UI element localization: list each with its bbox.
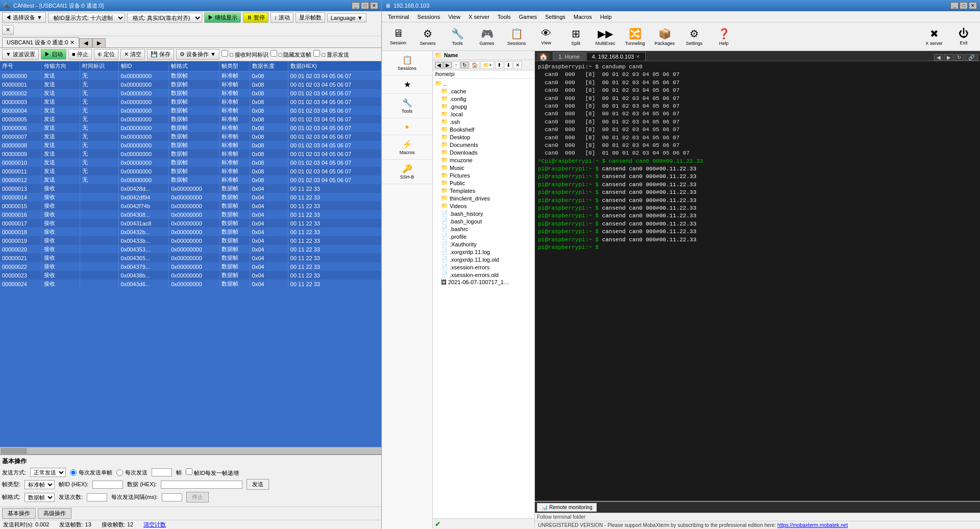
list-item[interactable]: 📄.xsession-errors	[434, 263, 533, 271]
pause-btn[interactable]: ⏸ 暂停	[243, 12, 268, 23]
sidebar-dot-btn[interactable]: ●	[382, 118, 432, 135]
list-item[interactable]: 📄.Xauthority	[434, 240, 533, 248]
filter-btn[interactable]: ▼ 波波设置	[2, 49, 39, 60]
sidebar-sessions-btn[interactable]: 📋 Sessions	[382, 51, 432, 75]
terminal-body[interactable]: pi@raspberrypi:~ $ candump can0 can0 000…	[535, 61, 980, 501]
basic-ops-tab[interactable]: 基本操作	[2, 508, 36, 519]
stop-btn-filter[interactable]: ■ 停止	[68, 49, 92, 60]
send-count-input-2[interactable]: 10	[152, 468, 172, 476]
list-item[interactable]: 📁Templates	[434, 187, 533, 194]
list-item[interactable]: 📄.profile	[434, 233, 533, 240]
list-item[interactable]: 📁Public	[434, 179, 533, 187]
menu-help[interactable]: Help	[596, 13, 616, 21]
mobatek-link[interactable]: https://mobaxterm.mobatek.net	[777, 522, 848, 528]
cantest-hscrollbar[interactable]	[0, 447, 381, 454]
exit-app-btn[interactable]: ✕	[2, 25, 14, 35]
table-row[interactable]: 00000015接收0x0042f74b0x00000000数据帧0x0400 …	[0, 201, 381, 210]
tab-ssh[interactable]: 4. 192.168.0.103 ✕	[586, 52, 646, 61]
remote-monitoring-btn[interactable]: 📊 Remote monitoring	[537, 503, 597, 512]
download-btn[interactable]: ⬇	[504, 61, 512, 69]
table-row[interactable]: 00000008发送无0x00000000数据帧标准帧0x0800 01 02 …	[0, 141, 381, 149]
table-row[interactable]: 00000014接收0x0042df940x00000000数据帧0x0400 …	[0, 193, 381, 201]
nav-forward-btn[interactable]: ▶	[444, 62, 452, 68]
toolbar-settings-btn[interactable]: ⚙ Settings	[680, 24, 708, 49]
menu-macros[interactable]: Macros	[570, 13, 596, 21]
list-item[interactable]: 📄.bash_history	[434, 210, 533, 217]
menu-settings[interactable]: Settings	[541, 13, 570, 21]
list-item[interactable]: 🖼2021-06-07-100717_1...	[434, 279, 533, 286]
menu-games[interactable]: Games	[515, 13, 541, 21]
table-row[interactable]: 00000004发送无0x00000000数据帧标准帧0x0800 01 02 …	[0, 106, 381, 115]
toolbar-xserver-btn[interactable]: ✖ X server	[920, 24, 948, 49]
table-row[interactable]: 00000023接收0x00438b...0x00000000数据帧0x0400…	[0, 271, 381, 280]
toolbar-servers-btn[interactable]: ⚙ Servers	[413, 24, 442, 49]
sidebar-ssh-btn[interactable]: 🔑 SSH-B	[382, 160, 432, 184]
table-row[interactable]: 00000016接收0x004308...0x00000000数据帧0x0400…	[0, 210, 381, 219]
new-folder-btn[interactable]: 📁+	[481, 61, 494, 69]
list-item[interactable]: 📄.xorgxrdp.11.log	[434, 248, 533, 256]
sidebar-tools-btn[interactable]: 🔧 Tools	[382, 94, 432, 118]
table-row[interactable]: 00000005发送无0x00000000数据帧标准帧0x0800 01 02 …	[0, 115, 381, 123]
data-hex-input[interactable]: 00 01 02 03 04 05 06 07	[161, 481, 242, 489]
list-item[interactable]: 📁thinclient_drives	[434, 194, 533, 202]
save-btn[interactable]: 💾 保存	[147, 49, 174, 60]
table-row[interactable]: 00000006发送无0x00000000数据帧标准帧0x0800 01 02 …	[0, 123, 381, 132]
table-row[interactable]: 00000021接收0x004365...0x00000000数据帧0x0400…	[0, 254, 381, 262]
list-item[interactable]: 📁..	[434, 80, 533, 87]
select-device-btn[interactable]: ◀ 选择设备 ▼	[2, 12, 46, 23]
list-item[interactable]: 📁Videos	[434, 202, 533, 210]
list-item[interactable]: 📁Desktop	[434, 133, 533, 141]
toolbar-exit-btn[interactable]: ⏻ Exit	[949, 24, 978, 49]
continue-display-btn[interactable]: ▶ 继续显示	[204, 12, 241, 23]
list-item[interactable]: 📁.cache	[434, 87, 533, 95]
tab-nav-right[interactable]: ▶	[944, 54, 953, 61]
table-row[interactable]: 00000010发送无0x00000000数据帧标准帧0x0800 01 02 …	[0, 158, 381, 167]
cantest-nav-right[interactable]: ▶	[92, 38, 106, 47]
frame-format-select[interactable]: 数据帧	[24, 493, 55, 502]
list-item[interactable]: 📄.xsession-errors.old	[434, 271, 533, 279]
refresh-btn[interactable]: ↻	[460, 62, 469, 68]
stop-button[interactable]: 停止	[186, 492, 209, 502]
toolbar-sessions-btn[interactable]: 📋 Sessions	[502, 24, 531, 49]
table-row[interactable]: 00000011发送无0x00000000数据帧标准帧0x0800 01 02 …	[0, 167, 381, 175]
radio-single-frame-input[interactable]	[70, 469, 77, 476]
list-item[interactable]: 📄.bash_logout	[434, 217, 533, 225]
list-item[interactable]: 📁Downloads	[434, 148, 533, 156]
menu-view[interactable]: View	[444, 13, 464, 21]
menu-sessions[interactable]: Sessions	[413, 13, 445, 21]
list-item[interactable]: 📁.ssh	[434, 118, 533, 125]
home-btn[interactable]: 🏠	[470, 61, 480, 69]
table-row[interactable]: 00000007发送无0x00000000数据帧标准帧0x0800 01 02 …	[0, 132, 381, 141]
show-send-cb[interactable]	[313, 50, 320, 57]
cantest-nav-left[interactable]: ◀	[79, 38, 92, 47]
start-btn[interactable]: ▶ 启动	[41, 49, 66, 60]
frame-id-input[interactable]: 00000000	[92, 481, 123, 489]
toolbar-view-btn[interactable]: 👁 View	[532, 24, 560, 49]
table-row[interactable]: 00000012发送无0x00000000数据帧标准帧0x0800 01 02 …	[0, 175, 381, 184]
tab-nav-left[interactable]: ◀	[934, 54, 943, 61]
table-row[interactable]: 00000009发送无0x00000000数据帧标准帧0x0800 01 02 …	[0, 149, 381, 158]
table-row[interactable]: 00000018接收0x00432b...0x00000000数据帧0x0400…	[0, 228, 381, 236]
toolbar-session-btn[interactable]: 🖥 Session	[384, 24, 412, 49]
frame-type-select[interactable]: 标准帧	[24, 480, 55, 489]
frame-display-select[interactable]: 帧ID显示方式: 十六进制	[48, 13, 125, 23]
toolbar-packages-btn[interactable]: 📦 Packages	[650, 24, 679, 49]
mobaxterm-maximize-btn[interactable]: □	[960, 2, 968, 9]
cantest-close-btn[interactable]: ✕	[370, 2, 378, 9]
table-row[interactable]: 00000002发送无0x00000000数据帧标准帧0x0800 01 02 …	[0, 89, 381, 97]
menu-terminal[interactable]: Terminal	[384, 13, 413, 21]
device-ops-btn[interactable]: ⚙ 设备操作 ▼	[176, 49, 219, 60]
list-item[interactable]: 📄.xorgxrdp.11.log.old	[434, 256, 533, 263]
toolbar-help-btn[interactable]: ❓ Help	[709, 24, 738, 49]
table-row[interactable]: 00000019接收0x00433b...0x00000000数据帧0x0400…	[0, 236, 381, 245]
menu-tools[interactable]: Tools	[494, 13, 515, 21]
cantest-tab-close-icon[interactable]: ✕	[70, 39, 75, 46]
scroll-btn[interactable]: ↕ 滚动	[271, 12, 293, 23]
menu-xserver[interactable]: X server	[464, 13, 494, 21]
toolbar-multiexec-btn[interactable]: ▶▶ MultiExec	[591, 24, 620, 49]
nav-up-btn[interactable]: ↑	[453, 61, 459, 69]
table-row[interactable]: 00000013接收0x00428d...0x00000000数据帧0x0400…	[0, 184, 381, 193]
cantest-hscroll-thumb[interactable]	[1, 448, 27, 454]
table-row[interactable]: 00000022接收0x004379...0x00000000数据帧0x0400…	[0, 262, 381, 271]
language-btn[interactable]: Language ▼	[327, 13, 366, 22]
